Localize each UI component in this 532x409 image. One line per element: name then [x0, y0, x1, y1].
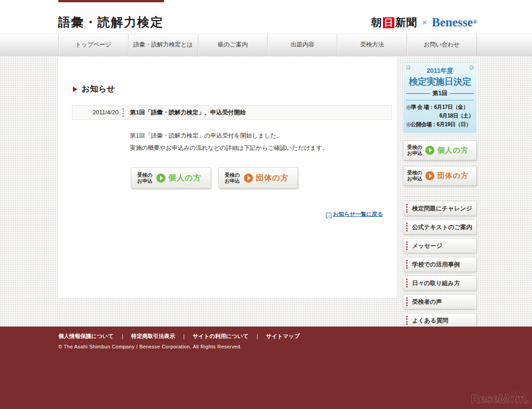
pin-icon [406, 66, 410, 70]
sidebar-apply-group-button[interactable]: 受検の お申込 団体の方 [403, 166, 477, 186]
news-body-line-1: 第1回「語彙・読解力検定」の申込受付を開始しました。 [130, 129, 378, 142]
main-nav-inner: トップページ 語彙・読解力検定とは 級のご案内 出題内容 受検方法 お問い合わせ [58, 34, 477, 55]
apply-prefix-line1: 受検の [137, 172, 152, 178]
footer-link-privacy[interactable]: 個人情報保護について [58, 332, 114, 340]
apply-prefix: 受検の お申込 [407, 170, 422, 182]
nav-item-contents[interactable]: 出題内容 [267, 34, 337, 55]
apply-prefix-line2: お申込 [225, 178, 240, 184]
benesse-logo[interactable]: Benesse® [432, 15, 477, 30]
back-link-row: ←お知らせ一覧に戻る [58, 210, 397, 218]
sidebar-item-challenge[interactable]: 検定問題にチャレンジ [403, 201, 477, 216]
copyright: © The Asahi Shimbun Company / Benesse Co… [58, 344, 532, 349]
footer-separator: ｜ [120, 333, 125, 340]
asahi-logo-text-1: 朝 [371, 15, 382, 30]
main-area: お知らせ 2011/4/20 第1回「語彙・読解力検定」、申込受付開始 第1回「… [0, 56, 532, 327]
main-nav: トップページ 語彙・読解力検定とは 級のご案内 出題内容 受検方法 お問い合わせ [0, 34, 532, 56]
news-body: 第1回「語彙・読解力検定」の申込受付を開始しました。 実施の概要やお申込みの流れ… [130, 129, 378, 154]
apply-prefix-line2: お申込 [407, 176, 422, 182]
schedule-date-line-1: ◎準 会 場：6月17日（金） [406, 103, 474, 112]
apply-individual-button[interactable]: 受検の お申込 個人の方 [131, 167, 211, 189]
play-icon [156, 174, 165, 183]
news-title: 第1回「語彙・読解力検定」、申込受付開始 [124, 108, 246, 117]
content-panel: お知らせ 2011/4/20 第1回「語彙・読解力検定」、申込受付開始 第1回「… [58, 57, 397, 298]
schedule-date-line-2: 6月18日（土） [406, 112, 474, 120]
play-icon [425, 171, 434, 180]
benesse-logo-text: Benesse [432, 15, 473, 29]
brand-logos: 朝 日 新聞 × Benesse® [371, 15, 477, 30]
sidebar-item-school-cases[interactable]: 学校での活用事例 [403, 257, 477, 272]
nav-item-levels[interactable]: 級のご案内 [198, 34, 268, 55]
sidebar-item-examinee-voices[interactable]: 受検者の声 [403, 294, 477, 309]
nav-item-contact[interactable]: お問い合わせ [407, 34, 477, 55]
resemom-watermark-katakana: リセマム [511, 390, 524, 395]
schedule-dates: ◎準 会 場：6月17日（金） 6月18日（土） ◎公開会場：6月19日（日） [403, 101, 476, 129]
apply-prefix: 受検の お申込 [225, 172, 240, 184]
registered-mark: ® [473, 18, 477, 25]
top-accent-bar [58, 0, 164, 2]
footer-link-site-usage[interactable]: サイトの利用について [193, 332, 248, 340]
sidebar-item-message[interactable]: メッセージ [403, 238, 477, 253]
back-arrow-icon: ← [326, 213, 331, 218]
apply-prefix-line2: お申込 [407, 150, 422, 156]
schedule-round-row: 第1回 [406, 89, 474, 101]
apply-prefix: 受検の お申込 [407, 144, 422, 156]
asahi-red-sun-icon: 日 [383, 17, 394, 28]
sidebar-item-daily-practice[interactable]: 日々の取り組み方 [403, 276, 477, 291]
site-header: 語彙・読解力検定 朝 日 新聞 × Benesse® [0, 0, 532, 34]
nav-item-about[interactable]: 語彙・読解力検定とは [128, 34, 198, 55]
footer: 個人情報保護について ｜ 特定商取引法表示 ｜ サイトの利用について ｜ サイト… [0, 327, 532, 409]
apply-group-button[interactable]: 受検の お申込 団体の方 [218, 167, 299, 189]
apply-group-label: 団体の方 [256, 173, 289, 183]
nav-item-method[interactable]: 受検方法 [337, 34, 407, 55]
back-link-label: お知らせ一覧に戻る [333, 211, 383, 217]
apply-individual-label: 個人の方 [437, 146, 468, 155]
rule-line [450, 93, 474, 94]
asahi-shimbun-logo[interactable]: 朝 日 新聞 [371, 15, 417, 30]
resemom-watermark: リセマム ReseMom. [471, 392, 529, 406]
footer-separator: ｜ [181, 333, 186, 340]
red-triangle-icon [73, 87, 77, 92]
footer-separator: ｜ [255, 333, 260, 340]
rule-line [406, 93, 430, 94]
news-heading: お知らせ [58, 57, 397, 94]
nav-item-top-page[interactable]: トップページ [58, 34, 128, 55]
back-to-news-list-link[interactable]: ←お知らせ一覧に戻る [326, 211, 383, 217]
brand-x-separator: × [422, 18, 427, 27]
apply-prefix-line2: お申込 [137, 178, 152, 184]
schedule-date-line-3: ◎公開会場：6月19日（日） [406, 120, 474, 129]
footer-link-commerce-law[interactable]: 特定商取引法表示 [131, 332, 175, 340]
sidebar-apply-individual-button[interactable]: 受検の お申込 個人の方 [403, 140, 477, 160]
schedule-title: 検定実施日決定 [403, 76, 476, 88]
apply-prefix: 受検の お申込 [137, 172, 152, 184]
news-heading-label: お知らせ [82, 83, 115, 94]
schedule-year: 2011年度 [403, 67, 476, 75]
apply-button-row: 受検の お申込 個人の方 受検の お申込 団体の方 [131, 167, 397, 189]
sidebar-item-official-text[interactable]: 公式テキストのご案内 [403, 220, 477, 235]
apply-prefix-line1: 受検の [407, 144, 422, 150]
asahi-logo-text-2: 新聞 [395, 15, 417, 30]
apply-individual-label: 個人の方 [168, 173, 201, 183]
footer-links: 個人情報保護について ｜ 特定商取引法表示 ｜ サイトの利用について ｜ サイト… [58, 332, 532, 340]
exam-schedule-box: 2011年度 検定実施日決定 第1回 ◎準 会 場：6月17日（金） 6月18日… [403, 63, 477, 133]
sidebar: 2011年度 検定実施日決定 第1回 ◎準 会 場：6月17日（金） 6月18日… [403, 63, 477, 328]
play-icon [244, 174, 253, 183]
footer-link-sitemap[interactable]: サイトマップ [266, 332, 300, 340]
apply-prefix-line1: 受検の [225, 172, 240, 178]
news-body-line-2: 実施の概要やお申込みの流れなどの詳細は下記からご確認いただけます。 [130, 142, 378, 154]
sidebar-item-faq[interactable]: よくある質問 [403, 313, 477, 328]
play-icon [425, 146, 434, 155]
news-row[interactable]: 2011/4/20 第1回「語彙・読解力検定」、申込受付開始 [72, 105, 392, 120]
site-title[interactable]: 語彙・読解力検定 [58, 14, 164, 31]
apply-group-label: 団体の方 [437, 171, 468, 181]
schedule-round: 第1回 [432, 89, 447, 97]
sidebar-divider [403, 196, 477, 197]
news-date: 2011/4/20 [72, 108, 124, 117]
pin-icon [470, 66, 474, 70]
apply-prefix-line1: 受検の [407, 170, 422, 176]
